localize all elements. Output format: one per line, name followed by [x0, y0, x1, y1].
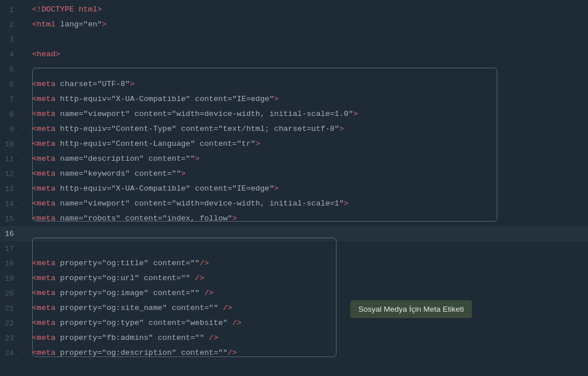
code-line-14: 14· ·<meta name="viewport" content="widt… — [0, 196, 588, 211]
line-content: <meta name="viewport" content="width=dev… — [32, 196, 588, 211]
line-content: <meta property="og:description" content=… — [32, 346, 588, 361]
code-line-9: 9· ·<meta http-equiv="Content-Type" cont… — [0, 122, 588, 137]
line-number: 16 — [0, 230, 21, 238]
line-number: 12 — [0, 170, 21, 179]
code-line-15: 15· ·<meta name="robots" content="index,… — [0, 211, 588, 226]
line-number: 23 — [0, 334, 21, 343]
line-dots: · · — [21, 141, 32, 148]
line-content: <meta name="viewport" content="width=dev… — [32, 107, 588, 122]
code-line-6: 6· ·<meta charset="UTF-8"> — [0, 77, 588, 92]
line-content: <!DOCTYPE html> — [32, 2, 588, 17]
line-dots: · · — [21, 215, 32, 222]
code-line-4: 4<head> — [0, 47, 588, 62]
code-line-19: 19· ·<meta property="og:url" content="" … — [0, 271, 588, 286]
line-dots: · · — [21, 156, 32, 162]
line-number: 11 — [0, 155, 21, 164]
line-dots: · · — [21, 96, 32, 103]
line-content: <head> — [32, 47, 588, 62]
code-line-22: 22· ·<meta property="og:type" content="w… — [0, 316, 588, 331]
line-number: 9 — [0, 125, 21, 134]
line-dots: · · — [21, 260, 32, 267]
line-dots: · · — [21, 290, 32, 297]
line-dots: · · — [21, 200, 32, 207]
code-line-11: 11· ·<meta name="description" content=""… — [0, 152, 588, 166]
code-line-20: 20· ·<meta property="og:image" content="… — [0, 286, 588, 301]
line-dots: · · — [21, 275, 32, 282]
line-dots: · · — [21, 305, 32, 312]
code-line-2: 2<html lang="en"> — [0, 17, 588, 32]
line-content: <html lang="en"> — [32, 17, 588, 32]
line-number: 10 — [0, 140, 21, 149]
code-line-1: 1<!DOCTYPE html> — [0, 2, 588, 17]
line-number: 20 — [0, 289, 21, 298]
code-line-13: 13· ·<meta http-equiv="X-UA-Compatible" … — [0, 181, 588, 196]
code-line-16: 16 — [0, 226, 588, 241]
line-dots: · · — [21, 126, 32, 133]
line-content: <meta property="og:title" content=""/> — [32, 256, 588, 271]
line-content: <meta http-equiv="Content-Type" content=… — [32, 122, 588, 137]
code-line-18: 18· ·<meta property="og:title" content="… — [0, 256, 588, 271]
code-line-17: 17 — [0, 241, 588, 256]
line-content: <meta property="fb:admins" content="" /> — [32, 331, 588, 346]
line-number: 14 — [0, 200, 21, 208]
line-number: 5 — [0, 65, 21, 74]
line-number: 22 — [0, 319, 21, 328]
line-dots: · · — [21, 350, 32, 356]
line-number: 17 — [0, 245, 21, 253]
line-number: 24 — [0, 349, 21, 358]
line-number: 8 — [0, 110, 21, 119]
line-content: <meta http-equiv="X-UA-Compatible" conte… — [32, 181, 588, 196]
code-line-23: 23· ·<meta property="fb:admins" content=… — [0, 331, 588, 346]
line-content: <meta name="keywords" content=""> — [32, 166, 588, 181]
line-dots: · · — [21, 185, 32, 192]
line-number: 19 — [0, 274, 21, 283]
code-line-5: 5 — [0, 62, 588, 77]
line-number: 6 — [0, 80, 21, 89]
code-line-7: 7· ·<meta http-equiv="X-UA-Compatible" c… — [0, 92, 588, 107]
line-number: 7 — [0, 95, 21, 104]
code-line-24: 24· ·<meta property="og:description" con… — [0, 346, 588, 361]
line-content: <meta property="og:type" content="websit… — [32, 316, 588, 331]
line-dots: · · — [21, 111, 32, 118]
line-number: 18 — [0, 259, 21, 268]
line-dots: · · — [21, 170, 32, 177]
line-content: <meta name="robots" content="index, foll… — [32, 211, 588, 226]
line-content: <meta name="description" content=""> — [32, 152, 588, 166]
line-number: 2 — [0, 21, 21, 29]
line-content: <meta charset="UTF-8"> — [32, 77, 588, 92]
line-dots: · · — [21, 320, 32, 327]
line-content: <meta property="og:url" content="" /> — [32, 271, 588, 286]
line-content: <meta http-equiv="Content-Language" cont… — [32, 137, 588, 152]
line-number: 4 — [0, 51, 21, 59]
line-number: 15 — [0, 215, 21, 223]
code-line-12: 12· ·<meta name="keywords" content=""> — [0, 166, 588, 181]
code-line-3: 3 — [0, 32, 588, 47]
code-line-10: 10· ·<meta http-equiv="Content-Language"… — [0, 137, 588, 152]
line-content: <meta property="og:site_name" content=""… — [32, 301, 588, 316]
line-number: 1 — [0, 6, 21, 14]
line-content: <meta http-equiv="X-UA-Compatible" conte… — [32, 92, 588, 107]
line-dots: · · — [21, 81, 32, 88]
code-line-8: 8· ·<meta name="viewport" content="width… — [0, 107, 588, 122]
code-editor: 1<!DOCTYPE html>2<html lang="en">34<head… — [0, 0, 588, 376]
line-dots: · · — [21, 335, 32, 342]
line-content: <meta property="og:image" content="" /> — [32, 286, 588, 301]
code-line-21: 21· ·<meta property="og:site_name" conte… — [0, 301, 588, 316]
line-number: 13 — [0, 185, 21, 193]
line-number: 3 — [0, 36, 21, 44]
line-number: 21 — [0, 304, 21, 313]
